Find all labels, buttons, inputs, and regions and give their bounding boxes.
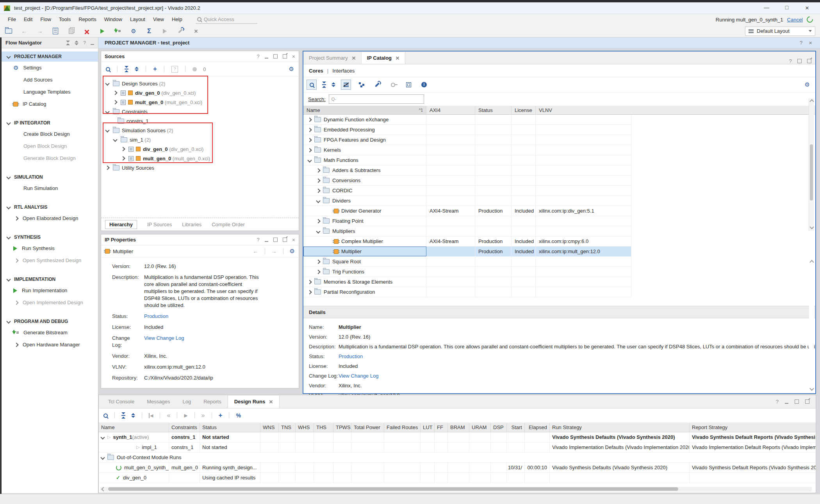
menu-edit[interactable]: Edit [20,15,36,24]
tab-hierarchy[interactable]: Hierarchy [105,220,137,229]
help-icon[interactable]: ? [257,237,260,243]
section-header-rtl-analysis[interactable]: RTL ANALYSIS [2,202,98,212]
filter-icon[interactable] [341,80,351,90]
catalog-row[interactable]: Kernels [303,145,631,155]
info-icon[interactable]: i [419,80,429,90]
maximize-panel-icon[interactable] [795,399,799,404]
tab-ip-sources[interactable]: IP Sources [147,222,172,227]
tree-item-sim-1[interactable]: sim_1 (2) [101,135,299,144]
settings-gear-icon[interactable]: ⚙ [130,27,137,35]
column-header[interactable]: TPWS [333,423,351,432]
close-tab-icon[interactable] [269,400,273,404]
scrollbar-thumb[interactable] [108,487,678,491]
horizontal-scrollbar[interactable] [100,487,812,492]
view-interfaces[interactable]: Interfaces [332,68,355,74]
column-header[interactable]: LUT [421,423,435,432]
back-arrow-icon[interactable]: ← [253,248,258,254]
catalog-row-divider-generator[interactable]: Divider GeneratorAXI4-StreamProductionIn… [303,206,631,216]
tab-ip-catalog[interactable]: IP Catalog [362,52,405,64]
column-header[interactable]: Failed Routes [384,423,421,432]
create-run-icon[interactable]: + [219,412,223,419]
nav-item-run-implementation[interactable]: Run Implementation [2,284,98,296]
section-header-program-debug[interactable]: PROGRAM AND DEBUG [2,316,98,327]
tab-reports[interactable]: Reports [197,396,228,408]
column-header[interactable]: Run Strategy [550,423,690,432]
column-header[interactable]: WHS [296,423,314,432]
column-header[interactable]: FF [435,423,448,432]
catalog-row[interactable]: Partial Reconfiguration [303,287,631,297]
column-header[interactable]: THS [314,423,333,432]
nav-item-run-simulation[interactable]: Run Simulation [2,182,98,194]
column-header[interactable]: Constraints [169,423,200,432]
expand-all-icon[interactable] [75,41,78,45]
column-header[interactable]: Elapsed [525,423,550,432]
help-icon[interactable]: ? [83,40,86,46]
menu-tools[interactable]: Tools [55,15,75,24]
section-header-simulation[interactable]: SIMULATION [2,172,98,182]
tree-item-sim-div-gen-0[interactable]: div_gen_0 (div_gen_0.xci) [101,144,299,154]
scroll-up-icon[interactable] [809,99,814,103]
minimize-panel-icon[interactable] [265,58,268,59]
redo-icon[interactable]: → [36,27,44,35]
close-icon[interactable]: × [809,39,812,46]
quick-access-search[interactable]: Quick Access [196,16,257,24]
run-row-mult-gen-synth[interactable]: mult_gen_0_synth_1 mult_gen_0 Running sy… [99,463,816,473]
maximize-panel-icon[interactable] [273,54,278,59]
collapse-all-icon[interactable] [322,82,326,88]
nav-item-create-block-design[interactable]: Create Block Design [2,128,98,140]
copy-icon[interactable] [67,27,75,35]
scroll-down-icon[interactable] [809,386,814,390]
tree-item-div-gen-0[interactable]: div_gen_0 (div_gen_0.xci) [101,88,299,98]
panel-settings-gear-icon[interactable]: ⚙ [289,66,294,73]
nav-item-add-sources[interactable]: Add Sources [2,74,98,86]
tree-item-simulation-sources[interactable]: Simulation Sources (2) [101,126,299,135]
help-icon[interactable]: ? [257,53,260,59]
column-header[interactable]: Name [99,423,169,432]
catalog-row[interactable]: Square Root [303,257,631,267]
panel-settings-gear-icon[interactable]: ⚙ [290,248,295,255]
nav-item-generate-bitstream[interactable]: Generate Bitstream [2,327,98,339]
section-header-project-manager[interactable]: PROJECT MANAGER [2,51,98,62]
expand-all-icon[interactable] [131,413,135,418]
tab-libraries[interactable]: Libraries [182,222,201,227]
add-sources-icon[interactable]: + [153,65,157,73]
close-tab-icon[interactable] [352,56,356,60]
nav-item-settings[interactable]: ⚙Settings [2,62,98,74]
catalog-row[interactable]: Multipliers [303,226,631,236]
run-row-impl-1[interactable]: ▷impl_1 constrs_1 Not started Vivado Imp… [99,442,816,453]
status-production-link[interactable]: Production [144,313,265,320]
search-icon[interactable] [103,413,108,418]
sigma-report-icon[interactable]: Σ [145,27,153,35]
customize-ip-icon[interactable] [372,80,382,90]
column-header-vlnv[interactable]: VLNV [536,106,631,114]
column-header-axi4[interactable]: AXI4 [426,106,475,114]
column-header[interactable]: Status [200,423,260,432]
catalog-row[interactable]: Floating Point [303,216,631,226]
nav-item-ip-catalog[interactable]: IP Catalog [2,98,98,110]
catalog-row[interactable]: FPGA Features and Design [303,135,631,145]
menu-window[interactable]: Window [100,15,126,24]
maximize-panel-icon[interactable] [273,238,278,242]
catalog-search-input[interactable]: Q- [329,94,424,104]
catalog-row[interactable]: CORDIC [303,186,631,196]
maximize-panel-icon[interactable] [797,59,802,63]
tab-design-runs[interactable]: Design Runs [228,396,280,408]
menu-help[interactable]: Help [168,15,186,24]
search-icon[interactable] [307,80,317,90]
view-cores[interactable]: Cores [309,68,323,74]
catalog-row[interactable]: Memories & Storage Elements [303,277,631,287]
nav-item-run-synthesis[interactable]: Run Synthesis [2,242,98,254]
tree-item-sim-mult-gen-0[interactable]: mult_gen_0 (mult_gen_0.xci) [101,154,299,163]
close-window-icon[interactable]: × [804,4,811,12]
catalog-row[interactable]: Adders & Subtracters [303,165,631,176]
collapse-all-icon[interactable] [66,41,70,45]
column-header[interactable]: URAM [469,423,491,432]
nav-item-language-templates[interactable]: Language Templates [2,86,98,98]
undo-icon[interactable]: ← [20,27,28,35]
menu-reports[interactable]: Reports [75,15,100,24]
close-panel-icon[interactable]: × [292,53,295,60]
minimize-window-icon[interactable]: — [763,4,770,12]
tree-item-mult-gen-0[interactable]: mult_gen_0 (mult_gen_0.xci) [101,98,299,107]
menu-file[interactable]: File [4,15,20,24]
stop-icon[interactable] [83,27,91,35]
